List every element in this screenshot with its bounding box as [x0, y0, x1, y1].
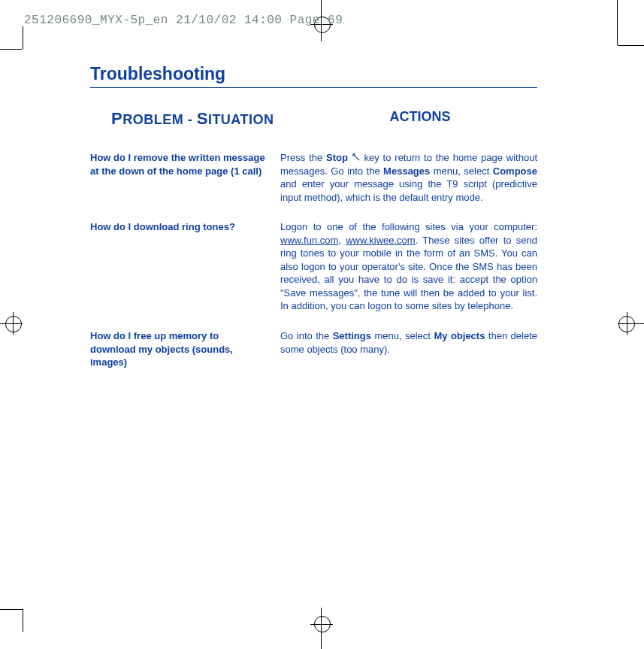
action-text: Go into the Settings menu, select My obj…: [280, 329, 537, 369]
action-text: Logon to one of the following sites via …: [280, 220, 537, 313]
troubleshooting-row: How do I remove the written message at t…: [90, 151, 537, 204]
problem-text: How do I download ring tones?: [90, 220, 280, 313]
crop-mark: [0, 49, 23, 50]
column-headers: PROBLEM - SITUATION ACTIONS: [90, 109, 537, 129]
problem-text: How do I free up memory to download my o…: [90, 329, 280, 369]
crop-mark: [310, 624, 333, 625]
print-header: 251206690_MYX-5p_en 21/10/02 14:00 Page …: [24, 14, 343, 27]
crop-mark: [0, 609, 23, 610]
crop-mark: [13, 312, 14, 335]
page-title: Troubleshooting: [90, 64, 537, 88]
page-body: Troubleshooting PROBLEM - SITUATION ACTI…: [90, 64, 537, 386]
troubleshooting-row: How do I download ring tones?Logon to on…: [90, 220, 537, 313]
troubleshooting-row: How do I free up memory to download my o…: [90, 329, 537, 369]
crop-mark: [23, 609, 23, 632]
actions-column-header: ACTIONS: [303, 109, 537, 129]
problem-text: How do I remove the written message at t…: [90, 151, 280, 204]
crop-mark: [617, 0, 618, 45]
registration-mark: [5, 316, 22, 332]
crop-mark: [627, 312, 627, 335]
problem-column-header: PROBLEM - SITUATION: [90, 109, 303, 129]
crop-mark: [23, 26, 23, 49]
action-text: Press the Stop key to return to the home…: [280, 151, 537, 204]
crop-mark: [618, 45, 644, 46]
